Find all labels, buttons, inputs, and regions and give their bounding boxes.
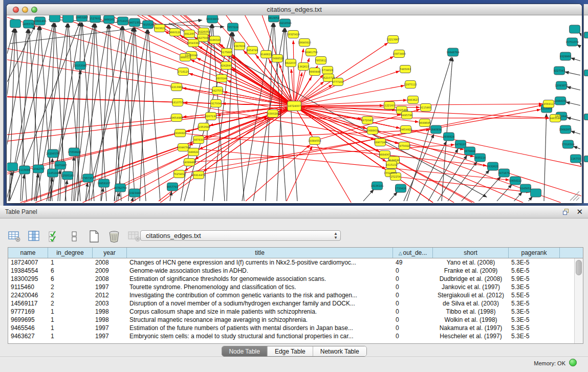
table-row[interactable]: 946362711997Embryonic stem cells: a mode… — [8, 332, 583, 340]
cell-name[interactable]: 9465546 — [8, 324, 48, 332]
table-body[interactable]: 1872400712008Changes of HCN gene express… — [8, 258, 583, 340]
cell-in_degree[interactable]: 6 — [48, 267, 93, 275]
cell-out_de[interactable]: 0 — [393, 316, 433, 324]
cell-in_degree[interactable]: 1 — [48, 332, 93, 340]
cell-out_de[interactable]: 0 — [393, 275, 433, 283]
cell-title[interactable]: Estimation of significance thresholds fo… — [127, 275, 393, 283]
split-pane-edge[interactable] — [0, 0, 4, 206]
scrollbar-thumb[interactable] — [576, 260, 582, 275]
cell-pagerank[interactable]: 5.3E-5 — [509, 258, 560, 267]
cell-year[interactable]: 2009 — [93, 267, 127, 275]
cell-title[interactable]: Embryonic stem cells: a model to study s… — [127, 332, 393, 340]
cell-short[interactable]: Stergiakouli et al. (2012) — [433, 291, 509, 299]
cell-pagerank[interactable]: 5.5E-5 — [509, 291, 560, 299]
column-header-out_de[interactable]: △out_de... — [393, 248, 433, 258]
table-header-row[interactable]: namein_degreeyeartitle△out_de...shortpag… — [8, 248, 583, 258]
network-window-titlebar[interactable]: citations_edges.txt — [7, 4, 582, 15]
cell-out_de[interactable]: 0 — [393, 332, 433, 340]
cell-title[interactable]: Estimation of the future numbers of pati… — [127, 324, 393, 332]
tab-node-table[interactable]: Node Table — [222, 346, 268, 356]
cell-year[interactable]: 2012 — [93, 291, 127, 299]
close-panel-icon[interactable]: ✕ — [576, 208, 583, 216]
new-document-icon[interactable] — [87, 230, 101, 243]
cell-year[interactable]: 1997 — [93, 283, 127, 291]
select-column-icon[interactable] — [27, 230, 41, 243]
cell-in_degree[interactable]: 1 — [48, 324, 93, 332]
tab-edge-table[interactable]: Edge Table — [268, 346, 313, 356]
cell-title[interactable]: Changes of HCN gene expression and I(f) … — [127, 258, 393, 267]
row-height-icon[interactable] — [67, 230, 81, 243]
column-header-name[interactable]: name — [8, 248, 48, 258]
table-row[interactable]: 1456911722003Disruption of a novel membe… — [8, 299, 583, 308]
background-window-sliver[interactable] — [583, 4, 588, 203]
graph-node[interactable] — [570, 25, 580, 33]
table-row[interactable]: 1938455462009Genome-wide association stu… — [8, 267, 583, 275]
graph-node[interactable] — [63, 15, 74, 23]
cell-short[interactable]: Yano et al. (2008) — [433, 258, 509, 267]
cell-in_degree[interactable]: 1 — [48, 258, 93, 267]
tab-network-table[interactable]: Network Table — [313, 346, 366, 356]
float-panel-icon[interactable] — [563, 209, 570, 215]
table-row[interactable]: 2242004622012Investigating the contribut… — [8, 291, 583, 299]
cell-out_de[interactable]: 0 — [393, 267, 433, 275]
cell-short[interactable]: Jankovic et al. (1997) — [433, 283, 509, 291]
cell-pagerank[interactable]: 5.6E-5 — [509, 267, 560, 275]
cell-pagerank[interactable]: 5.3E-5 — [509, 316, 560, 324]
cell-title[interactable]: Investigating the contribution of common… — [127, 291, 393, 299]
cell-year[interactable]: 1998 — [93, 316, 127, 324]
cell-in_degree[interactable]: 2 — [48, 283, 93, 291]
cell-pagerank[interactable]: 5.9E-5 — [509, 275, 560, 283]
cell-title[interactable]: Structural magnetic resonance image aver… — [127, 316, 393, 324]
cell-short[interactable]: Wolkin et al. (1998) — [433, 316, 509, 324]
network-canvas[interactable]: 1405572420691406106532871527602646616110… — [7, 15, 581, 203]
cell-in_degree[interactable]: 1 — [48, 316, 93, 324]
table-type-tabs[interactable]: Node TableEdge TableNetwork Table — [221, 346, 366, 357]
cell-pagerank[interactable]: 5.3E-5 — [509, 283, 560, 291]
graph-node[interactable] — [50, 15, 60, 22]
column-header-title[interactable]: title — [127, 248, 393, 258]
table-row[interactable]: 911546021997Tourette syndrome. Phenomeno… — [8, 283, 583, 291]
cell-title[interactable]: Disruption of a novel member of a sodium… — [127, 299, 393, 308]
vertical-scrollbar[interactable] — [574, 258, 583, 343]
cell-in_degree[interactable]: 6 — [48, 275, 93, 283]
table-row[interactable]: 946554611997Estimation of the future num… — [8, 324, 583, 332]
cell-short[interactable]: Nakamura et al. (1997) — [433, 324, 509, 332]
delete-icon[interactable] — [107, 230, 121, 243]
cell-year[interactable]: 2008 — [93, 275, 127, 283]
cell-title[interactable]: Tourette syndrome. Phenomenology and cla… — [127, 283, 393, 291]
cell-pagerank[interactable]: 5.3E-5 — [509, 299, 560, 308]
cell-short[interactable]: Tibbo et al. (1998) — [433, 308, 509, 316]
cell-out_de[interactable]: 49 — [393, 258, 433, 267]
cell-name[interactable]: 18300295 — [8, 275, 48, 283]
graph-node[interactable] — [531, 189, 541, 197]
cell-year[interactable]: 2008 — [93, 258, 127, 267]
select-all-rows-icon[interactable] — [47, 230, 61, 243]
cell-title[interactable]: Genome-wide association studies in ADHD. — [127, 267, 393, 275]
cell-in_degree[interactable]: 2 — [48, 291, 93, 299]
table-selector-combobox[interactable]: citations_edges.txt ▲▼ — [140, 230, 341, 241]
table-row[interactable]: 969969511998Structural magnetic resonanc… — [8, 316, 583, 324]
table-row[interactable]: 1830029562008Estimation of significance … — [8, 275, 583, 283]
cell-name[interactable]: 14569117 — [8, 299, 48, 308]
table-row[interactable]: 1872400712008Changes of HCN gene express… — [8, 258, 583, 267]
table-row[interactable]: 977716911998Corpus callosum shape and si… — [8, 308, 583, 316]
cell-pagerank[interactable]: 5.3E-5 — [509, 308, 560, 316]
cell-year[interactable]: 1997 — [93, 332, 127, 340]
memory-status-indicator[interactable] — [569, 359, 577, 366]
node-table[interactable]: namein_degreeyeartitle△out_de...shortpag… — [8, 247, 583, 344]
cell-title[interactable]: Corpus callosum shape and size in male p… — [127, 308, 393, 316]
cell-out_de[interactable]: 0 — [393, 291, 433, 299]
cell-out_de[interactable]: 0 — [393, 324, 433, 332]
graph-node[interactable] — [7, 163, 18, 171]
cell-name[interactable]: 9115460 — [8, 283, 48, 291]
graph-node[interactable] — [10, 19, 21, 28]
cell-out_de[interactable]: 0 — [393, 299, 433, 308]
table-panel-titlebar[interactable]: Table Panel ✕ — [0, 206, 588, 218]
cell-in_degree[interactable]: 1 — [48, 308, 93, 316]
cell-out_de[interactable]: 0 — [393, 283, 433, 291]
cell-name[interactable]: 9777169 — [8, 308, 48, 316]
column-header-short[interactable]: short — [433, 248, 509, 258]
modify-table-icon[interactable] — [7, 230, 21, 243]
cell-short[interactable]: Franke et al. (2009) — [433, 267, 509, 275]
cell-short[interactable]: Dudbridge et al. (2008) — [433, 275, 509, 283]
